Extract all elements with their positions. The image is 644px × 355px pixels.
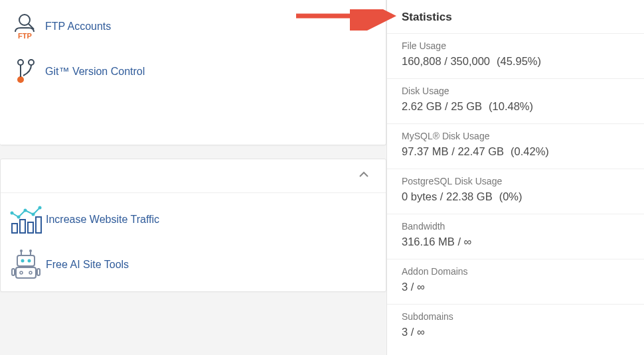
svg-point-9 bbox=[24, 209, 27, 212]
svg-point-0 bbox=[19, 15, 30, 25]
stat-block: Bandwidth316.16 MB / ∞ bbox=[387, 214, 644, 259]
stat-value: 97.37 MB / 22.47 GB(0.42%) bbox=[402, 145, 629, 158]
panel-promotions: Increase Website Traffic bbox=[0, 159, 386, 292]
svg-point-8 bbox=[17, 216, 21, 219]
svg-point-17 bbox=[20, 249, 23, 252]
statistics-panel: Statistics File Usage160,808 / 350,000(4… bbox=[386, 0, 644, 355]
stat-value: 2.62 GB / 25 GB(10.48%) bbox=[402, 100, 629, 113]
svg-rect-26 bbox=[12, 269, 15, 275]
feature-label: Increase Website Traffic bbox=[46, 214, 159, 226]
svg-point-4 bbox=[29, 60, 34, 65]
stat-block: PostgreSQL Disk Usage0 bytes / 22.38 GB(… bbox=[387, 169, 644, 214]
stat-label: Bandwidth bbox=[402, 221, 629, 232]
stat-label: PostgreSQL Disk Usage bbox=[402, 176, 629, 186]
svg-point-21 bbox=[21, 259, 25, 263]
stat-value: 160,808 / 350,000(45.95%) bbox=[402, 55, 629, 68]
svg-rect-12 bbox=[12, 224, 17, 233]
stat-label: Disk Usage bbox=[402, 86, 629, 96]
ftp-icon: FTP bbox=[7, 11, 44, 42]
stat-value: 3 / ∞ bbox=[402, 281, 629, 293]
svg-point-11 bbox=[39, 206, 42, 210]
feature-ftp-accounts[interactable]: FTP FTP Accounts bbox=[0, 4, 386, 49]
svg-point-24 bbox=[20, 271, 23, 274]
stat-block: Subdomains3 / ∞ bbox=[387, 304, 644, 349]
stat-block: Disk Usage2.62 GB / 25 GB(10.48%) bbox=[387, 78, 644, 123]
stat-label: Subdomains bbox=[402, 311, 629, 322]
traffic-chart-icon bbox=[7, 204, 44, 236]
svg-point-25 bbox=[29, 271, 32, 274]
stat-label: MySQL® Disk Usage bbox=[402, 131, 629, 141]
stat-label: File Usage bbox=[402, 40, 629, 51]
svg-point-22 bbox=[28, 259, 31, 263]
svg-rect-20 bbox=[17, 255, 35, 266]
feature-free-ai-site-tools[interactable]: Free AI Site Tools bbox=[1, 242, 386, 287]
stat-percentage: (45.95%) bbox=[497, 55, 541, 67]
chevron-up-icon[interactable] bbox=[358, 169, 370, 183]
svg-point-7 bbox=[11, 212, 14, 215]
stat-block: Addon Domains3 / ∞ bbox=[387, 259, 644, 304]
feature-label: FTP Accounts bbox=[45, 21, 111, 33]
svg-point-19 bbox=[29, 249, 32, 252]
statistics-title: Statistics bbox=[387, 0, 644, 33]
svg-point-3 bbox=[18, 60, 23, 65]
panel-header bbox=[1, 159, 386, 193]
svg-rect-15 bbox=[36, 217, 41, 233]
stat-block: MySQL® Disk Usage97.37 MB / 22.47 GB(0.4… bbox=[387, 123, 644, 169]
robot-icon bbox=[7, 249, 44, 281]
svg-point-5 bbox=[18, 77, 23, 82]
stat-percentage: (0.42%) bbox=[511, 145, 549, 157]
feature-list-bottom: Increase Website Traffic bbox=[1, 193, 386, 291]
feature-list-top: FTP FTP Accounts bbox=[0, 0, 386, 98]
stat-percentage: (0%) bbox=[499, 190, 523, 202]
stat-value: 3 / ∞ bbox=[402, 326, 629, 338]
feature-increase-website-traffic[interactable]: Increase Website Traffic bbox=[1, 197, 386, 242]
svg-text:FTP: FTP bbox=[18, 32, 32, 40]
stat-label: Addon Domains bbox=[402, 266, 629, 277]
svg-rect-27 bbox=[37, 269, 40, 275]
feature-git-version-control[interactable]: Git™ Version Control bbox=[0, 49, 386, 94]
stat-value: 0 bytes / 22.38 GB(0%) bbox=[402, 190, 629, 203]
feature-label: Git™ Version Control bbox=[45, 66, 145, 78]
svg-rect-13 bbox=[20, 220, 25, 233]
stat-block: File Usage160,808 / 350,000(45.95%) bbox=[387, 33, 644, 78]
stat-percentage: (10.48%) bbox=[489, 100, 533, 112]
stat-value: 316.16 MB / ∞ bbox=[402, 236, 629, 248]
svg-rect-14 bbox=[28, 222, 33, 233]
panel-files: FTP FTP Accounts bbox=[0, 0, 386, 145]
svg-rect-23 bbox=[16, 267, 36, 278]
feature-label: Free AI Site Tools bbox=[46, 259, 129, 271]
git-icon bbox=[7, 56, 44, 88]
svg-point-10 bbox=[32, 213, 35, 216]
